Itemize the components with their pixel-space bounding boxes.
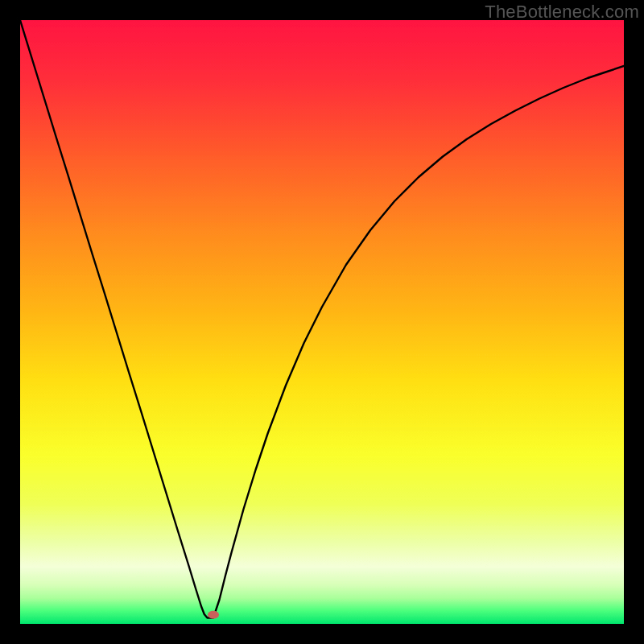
- marker-dot: [208, 611, 219, 619]
- plot-area: [20, 20, 624, 624]
- gradient-background: [20, 20, 624, 624]
- chart-frame: TheBottleneck.com: [0, 0, 644, 644]
- chart-svg: [20, 20, 624, 624]
- watermark-text: TheBottleneck.com: [485, 2, 639, 23]
